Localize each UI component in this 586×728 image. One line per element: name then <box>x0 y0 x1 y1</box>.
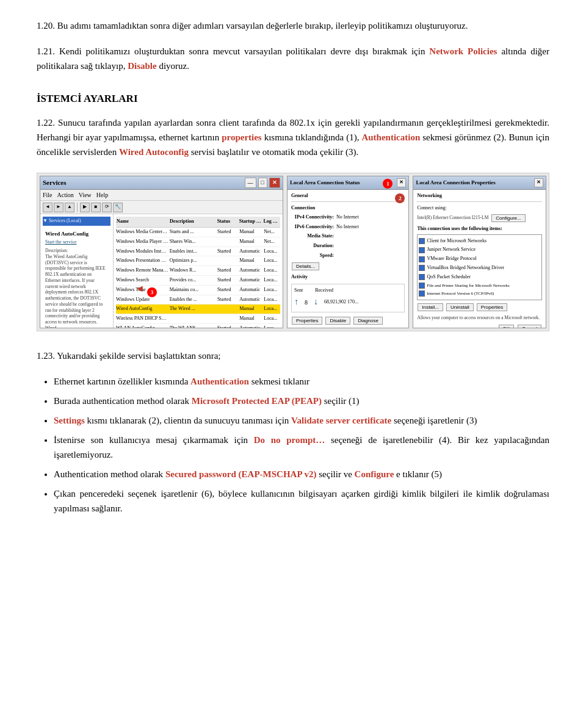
tb-btn3[interactable]: ⟳ <box>102 203 112 212</box>
service-row[interactable]: Windows Remote Management (WS-Man... Win… <box>116 266 280 276</box>
comp-7: Internet Protocol Version 6 (TCP/IPv6) <box>419 290 540 297</box>
disable-button[interactable]: Disable <box>325 317 350 325</box>
components-label: This connection uses the following items… <box>417 225 542 233</box>
status-tab-general[interactable]: General <box>291 192 405 202</box>
uninstall-button[interactable]: Uninstall <box>446 303 474 311</box>
disable-link: Disable <box>128 61 157 71</box>
speed-label: Speed: <box>291 252 334 260</box>
bullet-item-5: Authentication method olarak Secured pas… <box>54 467 549 481</box>
b5-link1: Secured password (EAP-MSCHAP v2) <box>165 469 317 479</box>
svc-desc: The Wired ... <box>170 305 216 313</box>
recv-arrow-icon: ↓ <box>314 295 318 309</box>
svc-logon: Net... <box>264 238 280 246</box>
paragraph-120: 1.20. Bu adımı tamamladıktan sonra diğer… <box>37 18 549 33</box>
services-list: Windows Media Center Scheduler Service S… <box>116 228 280 328</box>
b3-suffix: seçeneği işaretlenir (3) <box>391 416 477 425</box>
b3-link1: Settings <box>54 416 85 425</box>
cb-1[interactable] <box>419 238 425 244</box>
cb-7[interactable] <box>419 290 425 297</box>
service-row[interactable]: Windows Media Center Scheduler Service S… <box>116 228 280 237</box>
cb-5[interactable] <box>419 274 425 280</box>
menu-file[interactable]: File <box>43 190 52 200</box>
service-row[interactable]: Wireless PAN DHCP Server Manual Loca... <box>116 314 280 324</box>
col-header-startup: Startup Type <box>239 218 262 226</box>
col-header-status: Status <box>217 218 238 226</box>
comp-label-3: VMware Bridge Protocol <box>427 255 476 263</box>
paragraph-122: 1.22. Sunucu tarafında yapılan ayarlarda… <box>37 115 549 159</box>
svc-startup: Automatic <box>239 267 262 275</box>
svc-logon: Loca... <box>264 248 280 256</box>
comp-3: VMware Bridge Protocol <box>419 255 540 263</box>
ipv4-label: IPv4 Connectivity: <box>291 214 334 222</box>
svc-logon: Loca... <box>264 257 280 265</box>
ok-button[interactable]: OK <box>499 325 515 328</box>
svc-desc: Enables inst... <box>170 248 216 256</box>
b3-link2: Validate server certificate <box>291 416 391 425</box>
tb-btn4[interactable]: 🔧 <box>113 203 123 212</box>
svc-logon: Loca... <box>264 325 280 328</box>
svc-startup: Automatic <box>239 248 262 256</box>
svc-status <box>217 305 238 313</box>
status-panel: 1 Local Area Connection Status ✕ General… <box>287 176 409 328</box>
tb-forward[interactable]: ► <box>54 203 63 212</box>
props-title: Local Area Connection Properties <box>416 178 495 187</box>
cancel-button[interactable]: Cancel <box>518 325 541 328</box>
props-tab-networking[interactable]: Networking <box>417 192 441 200</box>
services-title: Services <box>43 178 66 189</box>
cb-6[interactable] <box>419 283 425 289</box>
service-row[interactable]: Windows Modules Installer Enables inst..… <box>116 247 280 257</box>
b4-prefix: İstenirse son kullanıcıya mesaj çıkarmam… <box>54 435 254 445</box>
tb-up[interactable]: ▲ <box>65 203 74 212</box>
bullet-list: Ethernet kartının özellikler kısmında Au… <box>37 374 549 516</box>
svc-name: Windows Media Center Scheduler Service <box>116 228 168 236</box>
comp-5: QoS Packet Scheduler <box>419 273 540 281</box>
menu-help[interactable]: Help <box>96 190 108 200</box>
configure-button[interactable]: Configure... <box>491 214 525 222</box>
b1-suffix: sekmesi tıklanır <box>249 377 309 386</box>
cb-4[interactable] <box>419 265 425 271</box>
activity-labels: Sent Received <box>294 287 402 295</box>
activity-header: Activity <box>291 273 405 281</box>
wired-autoconfig-link: Wired Autoconfig <box>119 147 189 157</box>
comp-label-6: File and Printer Sharing for Microsoft N… <box>427 283 509 289</box>
details-button[interactable]: Details... <box>292 262 319 270</box>
tree-label: Services (Local) <box>49 217 81 225</box>
b3-middle: kısmı tıklanarak (2), clientın da sunucu… <box>85 416 291 425</box>
svc-desc: Enables the ... <box>170 296 216 304</box>
svc-startup: Manual <box>239 305 262 313</box>
ipv4-value: No Internet <box>336 214 359 222</box>
menu-action[interactable]: Action <box>57 190 74 200</box>
tree-services-local[interactable]: ▼ Services (Local) <box>43 217 110 226</box>
svc-name: Windows Remote Management (WS-Man... <box>116 267 168 275</box>
properties-button[interactable]: Properties <box>292 317 322 325</box>
comp-6: File and Printer Sharing for Microsoft N… <box>419 283 540 289</box>
tb-btn2[interactable]: ■ <box>91 203 101 212</box>
start-service-link[interactable]: Start the service <box>45 239 77 245</box>
service-row[interactable]: Wired AutoConfig The Wired ... Manual Lo… <box>116 305 280 314</box>
ipv6-value: No Internet <box>336 223 359 231</box>
service-row[interactable]: Windows Presentation Foundation Font C..… <box>116 256 280 266</box>
tb-back[interactable]: ◄ <box>43 203 52 212</box>
svc-status: Started <box>217 276 238 284</box>
b5-link2: Configure <box>355 469 394 479</box>
cb-2[interactable] <box>419 247 425 253</box>
diagnose-button[interactable]: Diagnose <box>353 317 383 325</box>
svc-name: Windows Update <box>116 296 168 304</box>
b1-link: Authentication <box>190 377 249 386</box>
b2-prefix: Burada authentication method olarak <box>54 396 192 406</box>
properties-button-2[interactable]: Properties <box>477 303 507 311</box>
authentication-link: Authentication <box>361 132 420 142</box>
svc-name: Wireless PAN DHCP Server <box>116 315 168 323</box>
recv-value: 68,921,902 170... <box>324 298 358 306</box>
tb-btn1[interactable]: ▶ <box>80 203 90 212</box>
menu-view[interactable]: View <box>79 190 92 200</box>
para-122-middle1: kısmına tıklandığında (1), <box>262 132 362 142</box>
services-left-pane: ▼ Services (Local) Wired AutoConfig Star… <box>40 214 114 328</box>
sent-value: 8 <box>305 298 308 308</box>
service-row[interactable]: WLAN AutoConfig The WLANS... Started Aut… <box>116 324 280 328</box>
service-row[interactable]: Windows Media Player Network Sharing... … <box>116 237 280 247</box>
props-content: Networking Connect using: Intel(R) Ether… <box>413 190 546 328</box>
install-button[interactable]: Install... <box>418 303 443 311</box>
cb-3[interactable] <box>419 256 425 262</box>
service-row[interactable]: Windows Update Enables the ... Started A… <box>116 295 280 305</box>
